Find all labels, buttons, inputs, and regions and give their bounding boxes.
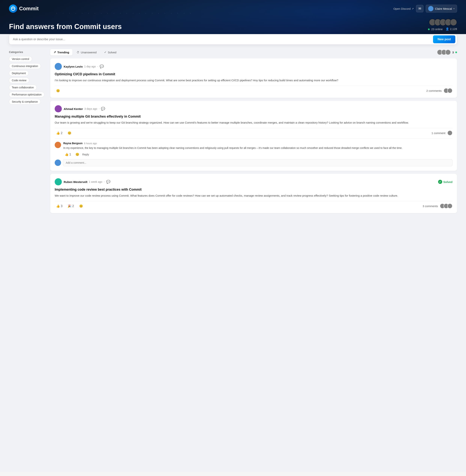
check-circle-icon: ✓ xyxy=(104,51,106,54)
post-footer: 👍 2 😊 1 comment xyxy=(55,128,453,136)
comment-body: Rayna Bergson 6 hours ago In my experien… xyxy=(63,142,453,157)
external-link-icon: ↗ xyxy=(412,7,414,10)
sidebar-title: Categories xyxy=(9,51,46,54)
avatar xyxy=(447,130,453,136)
members-count: 👤 2,128 xyxy=(446,27,457,31)
logo-icon xyxy=(9,4,17,13)
tab-unanswered[interactable]: ⏱ Unanswered xyxy=(73,49,100,55)
post-author: Kaylynn Levin xyxy=(64,65,83,68)
online-avatars xyxy=(437,49,451,55)
discord-icon: 💬 xyxy=(100,64,104,69)
clock-icon: ⏱ xyxy=(77,51,79,54)
comment-avatars xyxy=(443,88,453,93)
post-author: Ahmad Kenter xyxy=(64,107,83,110)
reaction-smiley-button[interactable]: 😊 xyxy=(74,152,81,157)
category-version-control[interactable]: Version control xyxy=(9,56,32,62)
search-input[interactable] xyxy=(13,34,433,44)
avatar xyxy=(447,88,453,93)
category-code-review[interactable]: Code review xyxy=(9,78,29,83)
user-menu-button[interactable]: Claire Mescal ▾ xyxy=(426,5,457,12)
post-title[interactable]: Implementing code review best practices … xyxy=(55,188,453,192)
category-continuous-integration[interactable]: Continuous integration xyxy=(9,63,41,69)
tab-right: 3 xyxy=(437,49,457,55)
comment-item: Rayna Bergson 6 hours ago In my experien… xyxy=(55,142,453,157)
post-time: 3 days ago xyxy=(84,107,97,110)
reply-button[interactable]: Reply xyxy=(82,153,89,156)
discord-icon: 💬 xyxy=(106,180,110,184)
post-title[interactable]: Optimizing CI/CD pipelines in Commit xyxy=(55,72,453,76)
solved-label: Solved xyxy=(443,180,453,184)
people-icon: 👤 xyxy=(446,27,450,31)
comment-count: 1 comment xyxy=(431,130,453,136)
post-meta: Kaylynn Levin 1 day ago · 💬 xyxy=(64,64,453,69)
comment-count-label: 1 comment xyxy=(431,131,445,135)
message-button[interactable]: ✉ xyxy=(416,5,423,12)
search-section: New post xyxy=(0,34,466,45)
comment-count: 3 comments xyxy=(422,203,453,209)
discord-label: Open Discord xyxy=(393,7,410,10)
comment-text: In my experience, the key to managing mu… xyxy=(63,146,453,150)
community-panel: 23 online 👤 2,128 xyxy=(428,19,457,31)
reaction-thumbsup-button[interactable]: 👍 3 xyxy=(55,204,64,209)
post-author: Ruben Westervelt xyxy=(64,180,87,184)
avatar xyxy=(450,19,457,26)
online-count: 3 xyxy=(452,51,454,54)
reaction-smiley-button[interactable]: 😊 xyxy=(66,130,73,136)
online-dot-icon xyxy=(428,28,430,30)
reaction-thumbsup-button[interactable]: 👍 1 xyxy=(63,152,72,157)
new-post-button[interactable]: New post xyxy=(433,35,455,43)
logo-area: Commit xyxy=(9,4,39,13)
reactions: 👍 2 😊 xyxy=(55,130,73,136)
search-bar: New post xyxy=(9,34,457,45)
category-team-collaboration[interactable]: Team collaboration xyxy=(9,85,37,90)
category-security-compliance[interactable]: Security & compliance xyxy=(9,99,41,104)
add-comment-input[interactable] xyxy=(63,159,453,166)
post-header: Ruben Westervelt 1 week ago · 💬 ✓ Solved xyxy=(55,178,453,185)
tab-trending-label: Trending xyxy=(57,51,69,54)
solved-check-icon: ✓ xyxy=(438,180,442,184)
open-discord-button[interactable]: Open Discord ↗ xyxy=(393,7,414,10)
avatar xyxy=(447,203,453,209)
category-deployment[interactable]: Deployment xyxy=(9,70,29,76)
post-meta: Ruben Westervelt 1 week ago · 💬 ✓ Solved xyxy=(64,180,453,184)
avatar xyxy=(55,178,62,185)
tab-solved[interactable]: ✓ Solved xyxy=(101,49,120,55)
tabs-row: ↗ Trending ⏱ Unanswered ✓ Solved xyxy=(50,49,457,55)
post-meta: Ahmad Kenter 3 days ago · 💬 xyxy=(64,107,453,111)
avatar xyxy=(428,6,433,11)
comment-avatars xyxy=(447,130,453,136)
sidebar: Categories Version control Continuous in… xyxy=(9,49,50,463)
post-title[interactable]: Managing multiple Git branches effective… xyxy=(55,115,453,118)
reactions: 😊 xyxy=(55,88,61,93)
comment-count-label: 2 comments xyxy=(426,89,442,92)
reaction-smiley-button[interactable]: 😊 xyxy=(78,204,84,209)
reaction-smiley-button[interactable]: 😊 xyxy=(55,88,61,93)
post-card: Kaylynn Levin 1 day ago · 💬 Optimizing C… xyxy=(50,58,457,98)
add-comment-row xyxy=(55,159,453,166)
user-name: Claire Mescal xyxy=(435,7,452,10)
comment-count-label: 3 comments xyxy=(422,205,438,208)
header: Commit Open Discord ↗ ✉ Claire Mescal ▾ … xyxy=(0,0,466,38)
reaction-thumbsup-button[interactable]: 👍 2 xyxy=(55,130,64,136)
comment-header: Rayna Bergson 6 hours ago xyxy=(63,142,453,145)
tab-solved-label: Solved xyxy=(108,51,116,54)
post-card: Ruben Westervelt 1 week ago · 💬 ✓ Solved… xyxy=(50,174,457,213)
category-performance-optimization[interactable]: Performance optimization xyxy=(9,92,44,97)
post-footer: 👍 3 🎉 2 😊 3 comments xyxy=(55,201,453,209)
post-time: 1 day ago xyxy=(84,65,96,68)
avatar xyxy=(55,105,62,112)
avatar xyxy=(55,160,61,166)
post-header: Ahmad Kenter 3 days ago · 💬 xyxy=(55,105,453,112)
reaction-party-button[interactable]: 🎉 2 xyxy=(66,204,75,209)
top-nav: Commit Open Discord ↗ ✉ Claire Mescal ▾ xyxy=(9,0,457,14)
comment-count: 2 comments xyxy=(426,88,453,93)
main-layout: Categories Version control Continuous in… xyxy=(0,45,466,472)
comment-time: 6 hours ago xyxy=(84,142,97,145)
reactions: 👍 3 🎉 2 😊 xyxy=(55,204,84,209)
post-body: We want to improve our code review proce… xyxy=(55,193,453,198)
post-header: Kaylynn Levin 1 day ago · 💬 xyxy=(55,63,453,70)
community-avatars xyxy=(428,19,457,26)
tab-unanswered-label: Unanswered xyxy=(81,51,96,54)
comment-section: Rayna Bergson 6 hours ago In my experien… xyxy=(55,139,453,166)
tab-trending[interactable]: ↗ Trending xyxy=(50,49,72,55)
